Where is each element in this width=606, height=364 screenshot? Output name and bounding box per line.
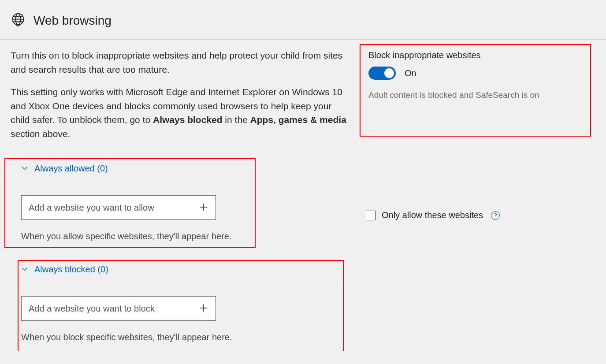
- only-allow-checkbox[interactable]: [366, 211, 375, 220]
- always-allowed-label: Always allowed (0): [34, 163, 108, 174]
- always-allowed-section: Always allowed (0) Add a website you wan…: [0, 158, 606, 250]
- allowed-helper-text: When you allow specific websites, they'l…: [21, 231, 339, 241]
- description-p2-bold1: Always blocked: [153, 115, 223, 125]
- always-blocked-body: Add a website you want to block When you…: [0, 281, 606, 351]
- description-column: Turn this on to block inappropriate webs…: [11, 48, 350, 149]
- description-p2-bold2: Apps, games & media: [250, 115, 346, 125]
- add-blocked-website-input[interactable]: Add a website you want to block: [21, 296, 216, 321]
- always-allowed-left: Add a website you want to allow When you…: [11, 180, 350, 250]
- toggle-state-label: On: [405, 68, 416, 78]
- globe-icon: [11, 12, 26, 29]
- allowed-placeholder: Add a website you want to allow: [29, 203, 154, 213]
- always-blocked-header[interactable]: Always blocked (0): [0, 259, 606, 281]
- help-icon[interactable]: ?: [491, 211, 500, 220]
- toggle-knob: [384, 68, 394, 78]
- description-p2-mid: in the: [223, 115, 250, 125]
- always-allowed-header[interactable]: Always allowed (0): [0, 158, 606, 180]
- always-allowed-body: Add a website you want to allow When you…: [0, 180, 606, 250]
- plus-icon: [199, 303, 208, 314]
- chevron-down-icon: [20, 264, 29, 275]
- blocked-placeholder: Add a website you want to block: [29, 304, 155, 314]
- chevron-down-icon: [20, 163, 29, 174]
- only-allow-label: Only allow these websites: [382, 210, 483, 220]
- add-allowed-website-input[interactable]: Add a website you want to allow: [21, 195, 216, 220]
- description-p2: This setting only works with Microsoft E…: [11, 85, 350, 141]
- blocked-helper-text: When you block specific websites, they'l…: [21, 332, 339, 342]
- block-websites-card: Block inappropriate websites On Adult co…: [360, 44, 591, 137]
- only-allow-row: Only allow these websites ?: [350, 180, 595, 250]
- description-p1: Turn this on to block inappropriate webs…: [11, 48, 350, 76]
- panel-title: Web browsing: [33, 14, 112, 28]
- toggle-row: On: [368, 67, 582, 80]
- panel-header: Web browsing: [0, 0, 606, 40]
- plus-icon: [199, 202, 208, 213]
- always-blocked-left: Add a website you want to block When you…: [11, 281, 350, 351]
- toggle-subtext: Adult content is blocked and SafeSearch …: [368, 90, 582, 100]
- main-row: Turn this on to block inappropriate webs…: [0, 40, 606, 149]
- description-p2-post: section above.: [11, 129, 70, 139]
- block-websites-toggle[interactable]: [368, 67, 396, 80]
- always-blocked-section: Always blocked (0) Add a website you wan…: [0, 259, 606, 351]
- always-blocked-label: Always blocked (0): [34, 264, 108, 275]
- web-browsing-panel: Web browsing Turn this on to block inapp…: [0, 0, 606, 351]
- blocked-right-empty: [350, 281, 595, 351]
- toggle-column: Block inappropriate websites On Adult co…: [368, 48, 595, 149]
- toggle-card-title: Block inappropriate websites: [368, 50, 582, 60]
